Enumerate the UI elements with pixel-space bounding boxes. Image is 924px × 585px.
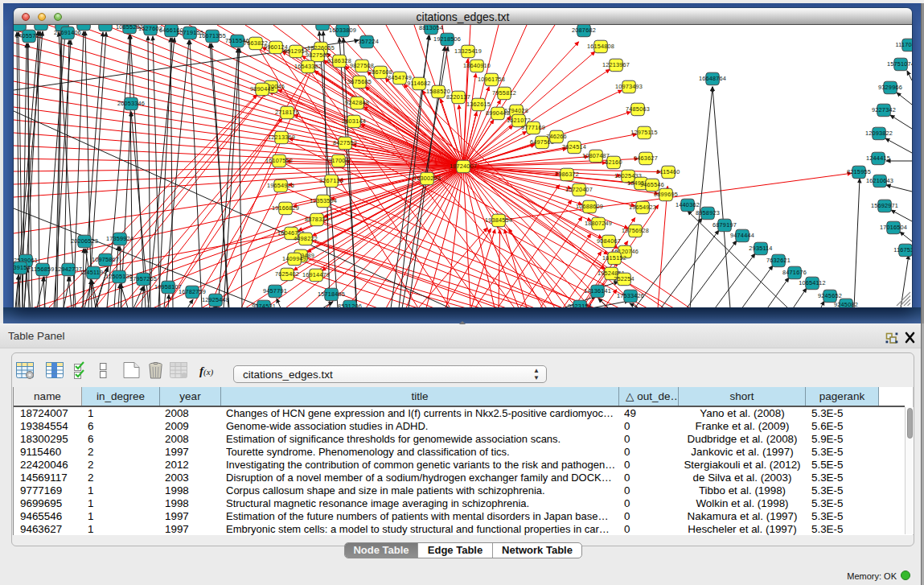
svg-text:8471676: 8471676 — [782, 269, 807, 276]
svg-text:746266: 746266 — [546, 133, 567, 140]
svg-text:12213369: 12213369 — [268, 134, 295, 141]
svg-text:8186328: 8186328 — [327, 57, 351, 64]
svg-text:19218506: 19218506 — [433, 35, 461, 43]
svg-text:11451194: 11451194 — [80, 269, 107, 276]
svg-text:16914479: 16914479 — [302, 271, 330, 278]
svg-text:15692971: 15692971 — [871, 202, 898, 209]
svg-text:12213967: 12213967 — [602, 61, 630, 68]
svg-text:11170435: 11170435 — [896, 41, 912, 48]
svg-text:6794028: 6794028 — [504, 107, 528, 114]
svg-text:9227342: 9227342 — [872, 106, 896, 113]
svg-text:18724007: 18724007 — [450, 163, 477, 170]
svg-text:1409949: 1409949 — [282, 255, 306, 262]
svg-text:12505135: 12505135 — [105, 273, 133, 280]
svg-text:539154: 539154 — [14, 264, 31, 271]
svg-text:4498222: 4498222 — [294, 235, 318, 242]
svg-text:7632621: 7632621 — [766, 257, 791, 264]
svg-text:16210643: 16210643 — [866, 177, 893, 184]
svg-text:8215955: 8215955 — [847, 168, 871, 175]
svg-text:8958923: 8958923 — [696, 209, 720, 216]
svg-text:9474444: 9474444 — [730, 232, 754, 239]
svg-text:19654923: 19654923 — [629, 204, 656, 211]
svg-text:9115460: 9115460 — [656, 168, 680, 175]
svg-text:7485063: 7485063 — [626, 105, 650, 113]
svg-text:7625402: 7625402 — [275, 270, 299, 278]
svg-text:19384554: 19384554 — [485, 216, 512, 224]
svg-text:15718485: 15718485 — [318, 290, 345, 298]
svg-text:8878334: 8878334 — [305, 216, 329, 223]
svg-text:9074531: 9074531 — [252, 303, 276, 307]
svg-text:2718176: 2718176 — [275, 109, 299, 116]
svg-text:12353594: 12353594 — [310, 197, 337, 204]
svg-text:12925448: 12925448 — [202, 296, 229, 303]
svg-text:16154808: 16154808 — [587, 43, 614, 50]
svg-text:12975115: 12975115 — [630, 129, 658, 136]
svg-text:9242848: 9242848 — [345, 99, 369, 106]
svg-text:3675685: 3675685 — [347, 78, 372, 85]
svg-text:9457791: 9457791 — [263, 287, 287, 295]
svg-text:252254: 252254 — [614, 275, 634, 282]
svg-text:13325419: 13325419 — [454, 47, 482, 55]
svg-text:917004: 917004 — [328, 157, 349, 164]
svg-text:8531206: 8531206 — [338, 303, 362, 307]
svg-text:2803144: 2803144 — [342, 117, 366, 125]
svg-text:12942737: 12942737 — [55, 266, 82, 273]
svg-text:14055721: 14055721 — [15, 32, 43, 39]
svg-text:9245082: 9245082 — [834, 301, 858, 307]
svg-text:1167533: 1167533 — [893, 246, 912, 253]
svg-text:9890448: 9890448 — [250, 85, 274, 93]
svg-text:15751074: 15751074 — [887, 60, 912, 68]
svg-text:10975867: 10975867 — [92, 256, 119, 263]
svg-text:16671355: 16671355 — [199, 32, 226, 39]
svg-text:9899695: 9899695 — [654, 191, 678, 198]
svg-text:12093822: 12093822 — [865, 130, 893, 137]
svg-text:1440362: 1440362 — [676, 201, 700, 208]
svg-text:19654925: 19654925 — [267, 182, 294, 189]
svg-text:15720407: 15720407 — [565, 186, 593, 193]
svg-text:7955812: 7955812 — [492, 89, 516, 97]
svg-text:17359924: 17359924 — [106, 235, 133, 242]
svg-text:10958107: 10958107 — [154, 283, 182, 290]
svg-text:9329966: 9329966 — [878, 84, 902, 91]
svg-text:9777169: 9777169 — [521, 124, 545, 131]
svg-text:14136141: 14136141 — [584, 287, 611, 295]
svg-text:17957265: 17957265 — [129, 275, 157, 282]
svg-text:18640910: 18640910 — [463, 62, 491, 69]
svg-text:7357224: 7357224 — [355, 38, 379, 45]
svg-text:26053346: 26053346 — [117, 100, 145, 107]
svg-text:17016504: 17016504 — [880, 224, 907, 231]
svg-text:3624514: 3624514 — [562, 143, 586, 150]
svg-text:7986372: 7986372 — [555, 171, 579, 178]
svg-text:8813054: 8813054 — [419, 25, 443, 31]
svg-text:(x): (x) — [203, 367, 214, 377]
svg-text:9463627: 9463627 — [634, 154, 658, 162]
svg-text:1156859: 1156859 — [31, 266, 54, 273]
svg-text:2087682: 2087682 — [572, 27, 596, 34]
svg-text:16033809: 16033809 — [329, 27, 356, 34]
svg-text:10961758: 10961758 — [478, 76, 505, 83]
svg-text:9623154: 9623154 — [568, 303, 592, 307]
svg-text:10654112: 10654112 — [799, 279, 826, 286]
svg-text:18807249: 18807249 — [585, 220, 612, 227]
svg-text:9465546: 9465546 — [640, 181, 664, 188]
svg-text:16648764: 16648764 — [699, 75, 726, 82]
svg-text:9245652: 9245652 — [818, 292, 842, 299]
svg-text:8912954: 8912954 — [284, 47, 308, 55]
svg-text:10973493: 10973493 — [615, 83, 643, 90]
svg-text:9827505: 9827505 — [306, 51, 330, 59]
svg-text:9084067: 9084067 — [597, 237, 621, 245]
svg-text:9114682: 9114682 — [407, 80, 430, 87]
svg-text:8427552: 8427552 — [333, 139, 357, 146]
svg-text:16543382: 16543382 — [294, 63, 322, 70]
svg-text:6879197: 6879197 — [713, 221, 737, 229]
svg-text:2935114: 2935114 — [749, 245, 772, 252]
svg-text:3267130: 3267130 — [319, 177, 343, 184]
svg-text:19166829: 19166829 — [272, 204, 299, 212]
svg-text:10688609: 10688609 — [576, 203, 603, 210]
svg-text:17533426: 17533426 — [617, 292, 644, 299]
svg-text:16782759: 16782759 — [179, 288, 206, 295]
svg-text:20691406: 20691406 — [54, 29, 81, 36]
svg-text:62160: 62160 — [605, 159, 622, 166]
svg-text:1362615: 1362615 — [466, 101, 491, 108]
svg-text:16107552: 16107552 — [265, 157, 293, 164]
